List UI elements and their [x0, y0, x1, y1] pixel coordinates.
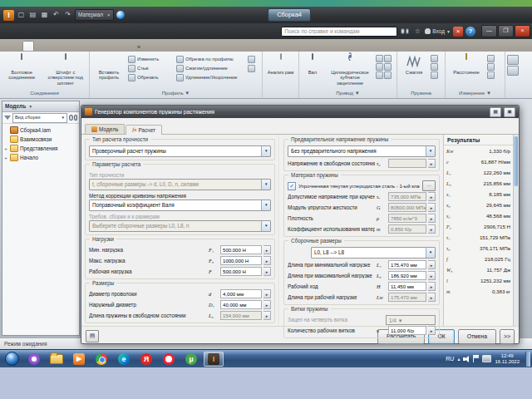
trim-to-profile-button[interactable]: Обрезка по профилю	[176, 55, 246, 63]
panel-label-drive[interactable]: Привод ▼	[299, 90, 397, 98]
key-icon[interactable]	[384, 63, 392, 71]
frame-analysis-button[interactable]: Анализ рам	[264, 53, 297, 76]
field-value-input[interactable]: 11,000 б/р	[388, 326, 426, 335]
pin-connection-button[interactable]: Штифт с отверстием под шплинт	[44, 53, 87, 86]
language-indicator[interactable]: RU	[446, 356, 454, 362]
sign-in-button[interactable]: Вход ▼	[425, 28, 451, 34]
field-value-input[interactable]: 4,000 мм	[220, 289, 262, 298]
field-value-input[interactable]: 40,000 мм	[220, 300, 262, 309]
spinner-button[interactable]: ▸	[428, 203, 436, 212]
ribbon-tab[interactable]	[84, 42, 94, 51]
clearance-icon[interactable]	[507, 55, 519, 65]
spinner-button[interactable]: ▸	[264, 289, 271, 298]
belleville-spring-icon[interactable]	[431, 71, 438, 79]
trim-button[interactable]: Обрезать	[128, 73, 175, 81]
ribbon-tab[interactable]	[104, 42, 114, 51]
coupling-icon[interactable]	[384, 71, 392, 79]
spinner-button[interactable]: ▸	[264, 311, 271, 320]
cancel-button[interactable]: Отмена	[458, 329, 496, 344]
required-dims-combo[interactable]: Выберите сборочные размеры L0, L8, n ▼	[89, 220, 271, 232]
action-center-flag-icon[interactable]	[473, 355, 479, 362]
ribbon-tab[interactable]	[2, 42, 12, 51]
more-button[interactable]: >>	[500, 329, 515, 344]
insert-profile-button[interactable]: Вставить профиль	[91, 53, 126, 81]
loop-measure-icon[interactable]	[487, 63, 495, 71]
spinner-button[interactable]: ▸	[428, 159, 436, 168]
hardware-icon[interactable]	[482, 355, 491, 362]
spinner-button[interactable]: ▸	[428, 224, 436, 234]
tab-calculation[interactable]: fx Расчет	[126, 125, 162, 135]
panel-label-profile[interactable]: Профиль ▼	[90, 90, 262, 98]
media-player-icon[interactable]: ▶	[69, 352, 89, 367]
torsion-spring-icon[interactable]	[431, 63, 438, 71]
material-combo[interactable]: Материал ▼	[75, 9, 114, 21]
miter-button[interactable]: Стык	[128, 64, 175, 72]
ribbon-tab[interactable]	[12, 42, 22, 51]
spinner-button[interactable]: ▸	[264, 256, 271, 265]
compression-spring-button[interactable]: Сжатия	[399, 53, 429, 76]
ribbon-tab[interactable]	[94, 42, 104, 51]
alice-icon[interactable]	[24, 352, 44, 367]
tab-overflow-button[interactable]: »	[134, 42, 144, 52]
field-value-input[interactable]: 154,000 мм	[220, 311, 262, 320]
edge-icon[interactable]: e	[114, 352, 134, 367]
message-toggle-button[interactable]: ▤	[86, 330, 99, 342]
browser-search-icon[interactable]	[69, 115, 77, 121]
tree-item-origin[interactable]: + Начало	[3, 153, 78, 162]
extension-spring-icon[interactable]	[431, 55, 438, 62]
tree-item-relationships[interactable]: Взаимосвязи	[3, 135, 78, 144]
inventor-logo-icon[interactable]: I	[3, 10, 14, 21]
spinner-button[interactable]: ▸	[428, 260, 436, 269]
minimize-button[interactable]: —	[481, 25, 497, 37]
close-button[interactable]: ×	[515, 25, 530, 37]
browser-header[interactable]: Модель ▼	[2, 101, 79, 112]
free-state-stress-field[interactable]	[388, 159, 426, 168]
assembly-dims-combo[interactable]: L0, L8 --> L8 ▼	[311, 247, 436, 259]
spinner-button[interactable]: ▸	[264, 245, 271, 254]
spinner-button[interactable]: ▸	[264, 267, 271, 276]
seal-icon[interactable]	[376, 63, 383, 71]
prestress-combo[interactable]: Без предварительного напряжения ▼	[288, 145, 436, 157]
tree-item-representations[interactable]: + Представления	[3, 144, 78, 153]
spinner-button[interactable]: ▸	[264, 300, 271, 309]
hook-type-combo[interactable]: 1/4 ▼	[386, 315, 436, 325]
field-value-input[interactable]: 735,000 МПа	[388, 192, 426, 201]
angle-measure-icon[interactable]	[487, 55, 495, 62]
spinner-button[interactable]: ▸	[428, 214, 436, 223]
correction-method-combo[interactable]: Поправочный коэффициент Валя ▼	[89, 200, 271, 211]
calculation-table-icon[interactable]: ▦	[490, 107, 501, 117]
ribbon-tab[interactable]	[124, 42, 134, 51]
ribbon-tab[interactable]	[74, 42, 84, 51]
field-value-input[interactable]: 175,470 мм	[388, 293, 426, 302]
help-search-input[interactable]	[281, 27, 397, 37]
show-desktop-button[interactable]	[525, 352, 530, 367]
chrome-icon[interactable]	[91, 352, 111, 367]
field-value-input[interactable]: 7850 кг/м^3	[388, 214, 426, 223]
field-value-input[interactable]: 11,450 мм	[388, 282, 426, 291]
exit-icon[interactable]: ×	[453, 27, 463, 37]
open-file-icon[interactable]: ▤	[28, 9, 37, 21]
expand-icon[interactable]: +	[3, 155, 8, 160]
bolt-connection-button[interactable]: Болтовое соединение	[2, 53, 42, 81]
material-browse-button[interactable]: ...	[422, 180, 436, 191]
material-checkbox[interactable]: ✓	[288, 182, 296, 190]
cam-icon[interactable]	[384, 55, 392, 62]
spinner-button[interactable]: ▸	[428, 192, 436, 201]
explorer-icon[interactable]	[47, 352, 66, 367]
shaft-button[interactable]: Вал	[301, 53, 324, 76]
maximize-button[interactable]: ❐	[498, 25, 514, 37]
field-value-input[interactable]: 80500,000 МПа	[388, 203, 426, 212]
appearance-ball-icon[interactable]	[116, 11, 125, 19]
field-value-input[interactable]: 175,470 мм	[388, 260, 426, 269]
change-button[interactable]: Изменить	[128, 55, 175, 63]
new-file-icon[interactable]: ▢	[17, 9, 26, 21]
lengthen-shorten-button[interactable]: Удлинение/Укорочение	[176, 73, 246, 81]
expand-icon[interactable]: +	[3, 146, 8, 151]
field-value-input[interactable]: 186,920 мм	[388, 271, 426, 280]
spinner-button[interactable]: ▸	[428, 326, 436, 335]
redo-icon[interactable]: ↷	[63, 9, 72, 21]
field-value-input[interactable]: 0,850 б/р	[388, 224, 426, 234]
tab-model[interactable]: Модель	[85, 124, 125, 134]
undo-icon[interactable]: ↶	[52, 9, 61, 21]
search-binoculars-icon[interactable]	[400, 27, 410, 37]
